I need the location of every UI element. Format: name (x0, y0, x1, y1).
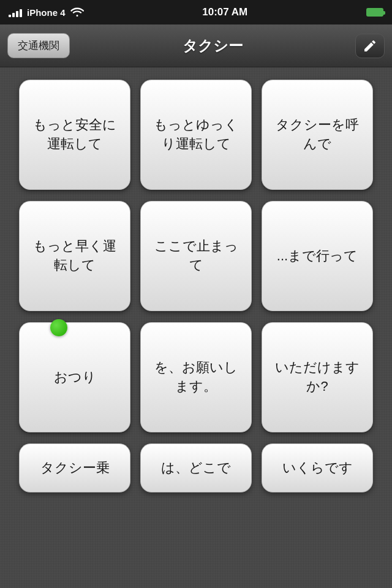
status-time: 10:07 AM (202, 6, 247, 18)
green-dot-indicator (50, 319, 67, 336)
list-item[interactable]: もっと早く運転して (19, 201, 130, 311)
battery-icon (366, 8, 383, 17)
list-item[interactable]: ここで止まって (140, 201, 252, 311)
list-item[interactable]: タクシー乗 (19, 443, 130, 492)
status-left: iPhone 4 (9, 7, 84, 18)
grid-row-4: タクシー乗 は、どこで いくらです (10, 443, 382, 492)
nav-title: タクシー (70, 36, 355, 56)
list-item[interactable]: もっと安全に運転して (19, 80, 130, 190)
wifi-icon (70, 7, 84, 18)
signal-bars (9, 7, 22, 17)
list-item[interactable]: おつり (19, 322, 130, 432)
list-item[interactable]: は、どこで (140, 443, 252, 492)
list-item[interactable]: いくらです (262, 443, 373, 492)
list-item[interactable]: タクシーを呼んで (262, 80, 373, 190)
status-bar: iPhone 4 10:07 AM (0, 0, 392, 24)
carrier-label: iPhone 4 (27, 7, 66, 18)
list-item[interactable]: ...まで行って (262, 201, 373, 311)
signal-bar-1 (9, 15, 11, 17)
grid-row-1: もっと安全に運転して もっとゆっくり運転して タクシーを呼んで (10, 80, 382, 190)
nav-bar: 交通機関 タクシー (0, 24, 392, 67)
grid-area: もっと安全に運転して もっとゆっくり運転して タクシーを呼んで もっと早く運転し… (0, 67, 392, 588)
list-item[interactable]: を、お願いします。 (140, 322, 252, 432)
back-button[interactable]: 交通機関 (7, 33, 70, 58)
pencil-icon (363, 39, 377, 53)
status-right (366, 8, 383, 17)
grid-row-3: おつり を、お願いします。 いただけますか? (10, 322, 382, 432)
signal-bar-2 (12, 13, 15, 17)
edit-button[interactable] (355, 34, 385, 58)
signal-bar-4 (20, 9, 22, 17)
list-item[interactable]: もっとゆっくり運転して (140, 80, 252, 190)
signal-bar-3 (16, 11, 18, 17)
grid-row-2: もっと早く運転して ここで止まって ...まで行って (10, 201, 382, 311)
list-item[interactable]: いただけますか? (262, 322, 373, 432)
